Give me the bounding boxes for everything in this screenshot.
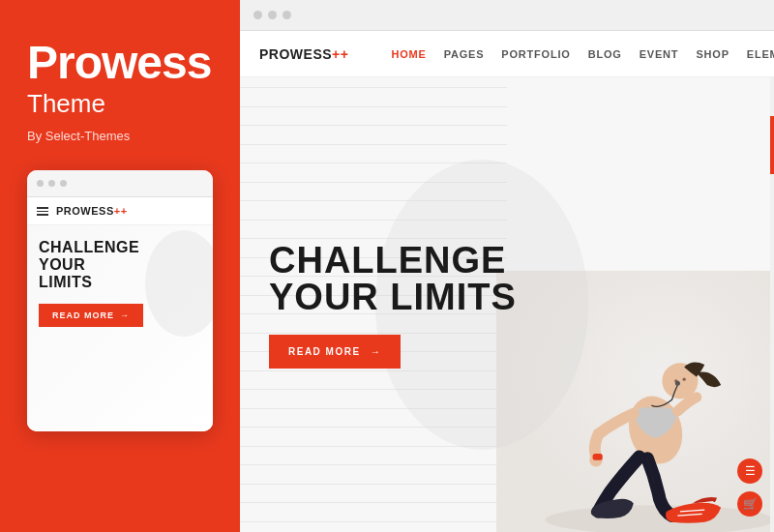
website-logo: PROWESS++ [259,46,348,62]
mobile-arrow-icon: → [120,310,130,320]
mobile-preview-card: PROWESS++ CHALLENGE YOUR LIMITS READ MOR… [27,170,213,431]
website-nav: PROWESS++ HOME PAGES PORTFOLIO BLOG EVEN… [240,31,774,77]
hamburger-icon [37,207,48,216]
browser-chrome [240,0,774,31]
hero-btn-label: READ MORE [288,346,361,357]
website-preview: PROWESS++ HOME PAGES PORTFOLIO BLOG EVEN… [240,31,774,532]
svg-rect-9 [593,454,603,460]
nav-items: HOME PAGES PORTFOLIO BLOG EVENT SHOP ELE… [391,48,774,60]
mobile-dot-1 [37,180,44,187]
scroll-thumb [770,116,774,174]
hero-content: CHALLENGE YOUR LIMITS READ MORE → [240,213,546,398]
mobile-heading: CHALLENGE YOUR LIMITS [39,239,201,290]
svg-point-5 [682,377,685,380]
hero-section: CHALLENGE YOUR LIMITS READ MORE → [240,77,774,532]
floating-icon-1[interactable]: ☰ [737,458,762,484]
nav-item-elements[interactable]: ELEMENTS [747,48,774,60]
nav-item-event[interactable]: EVENT [640,48,679,60]
browser-dot-2 [268,11,277,19]
sidebar: Prowess Theme By Select-Themes PROWESS++… [0,0,240,532]
hero-heading: CHALLENGE YOUR LIMITS [269,242,517,315]
nav-item-pages[interactable]: PAGES [444,48,485,60]
sidebar-author: By Select-Themes [27,129,213,143]
mobile-dot-3 [60,180,67,187]
scroll-indicator [770,77,774,532]
nav-item-home[interactable]: HOME [391,48,426,60]
mobile-logo: PROWESS++ [56,205,128,217]
browser-dot-3 [283,11,291,19]
main-area: PROWESS++ HOME PAGES PORTFOLIO BLOG EVEN… [240,0,774,532]
mobile-read-more-button[interactable]: READ MORE → [39,304,143,327]
mobile-nav: PROWESS++ [27,197,213,225]
hero-arrow-icon: → [371,346,382,357]
browser-dot-1 [253,11,262,19]
sidebar-title: Prowess Theme [27,39,213,119]
nav-item-shop[interactable]: SHOP [696,48,729,60]
mobile-dot-2 [48,180,55,187]
bottom-icons: ☰ 🛒 [737,458,762,517]
mobile-top-bar [27,170,213,197]
mobile-hero: CHALLENGE YOUR LIMITS READ MORE → [27,225,213,431]
nav-item-portfolio[interactable]: PORTFOLIO [501,48,570,60]
hero-read-more-button[interactable]: READ MORE → [269,335,401,369]
nav-item-blog[interactable]: BLOG [588,48,622,60]
svg-point-10 [675,381,680,386]
floating-icon-2[interactable]: 🛒 [737,491,762,517]
